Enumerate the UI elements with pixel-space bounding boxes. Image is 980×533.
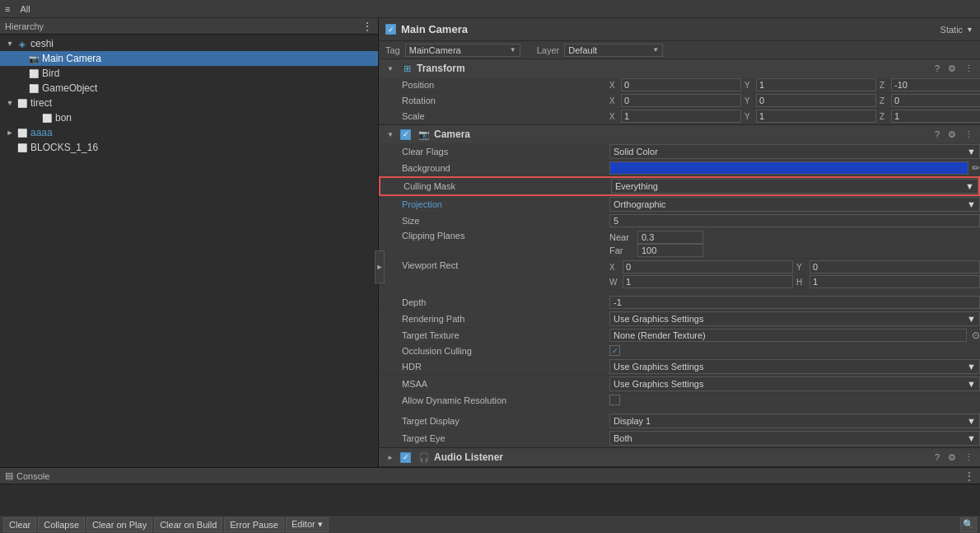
prop-rotation: Rotation X Y Z [379,93,980,109]
console-options[interactable]: ⋮ [964,470,975,483]
vp-y-label: Y [796,263,806,272]
console-content [0,484,980,515]
vp-h-input[interactable] [810,275,980,288]
tree-item-blocks[interactable]: ⬜ BLOCKS_1_16 [0,140,378,155]
prop-background-label: Background [379,163,609,173]
tree-label-bird: Bird [42,68,59,79]
rot-z-input[interactable] [891,94,980,107]
prop-hdr-value: Use Graphics Settings ▼ [609,359,980,374]
console-clear-on-play-btn[interactable]: Clear on Play [86,517,152,532]
console-header: ▤ Console ⋮ [0,468,980,484]
audio-expand-icon: ► [384,454,397,461]
tree-item-bird[interactable]: ⬜ Bird [0,66,378,81]
allow-dynamic-resolution-checkbox[interactable] [609,395,620,405]
console-collapse-btn[interactable]: Collapse [38,517,85,532]
pos-y-input[interactable] [756,78,876,91]
scale-x-input[interactable] [621,110,741,123]
prop-occlusion-culling: Occlusion Culling [379,344,980,358]
component-transform-header[interactable]: ▼ ⊞ Transform ? ⚙ ⋮ [379,59,980,77]
tree-arrow-ceshi [5,39,15,49]
pos-z-input[interactable] [891,78,980,91]
inspector-header: ✓ Main Camera Static ▼ [379,18,980,41]
camera-menu-btn[interactable]: ⋮ [963,129,975,140]
transform-settings-btn[interactable]: ⚙ [946,63,958,74]
rendering-path-dropdown[interactable]: Use Graphics Settings ▼ [609,311,980,326]
prop-depth-value [609,296,980,309]
camera-help-btn[interactable]: ? [933,129,941,139]
object-enabled-checkbox[interactable]: ✓ [385,24,396,35]
transform-title: Transform [417,63,930,74]
hdr-dropdown[interactable]: Use Graphics Settings ▼ [609,359,980,374]
scale-z-input[interactable] [891,110,980,123]
culling-mask-dropdown[interactable]: Everything ▼ [611,179,978,194]
prop-rotation-value: X Y Z [609,94,980,107]
prop-target-texture-label: Target Texture [379,330,609,340]
occlusion-culling-checkbox[interactable] [609,345,620,356]
bottom-panel: ▤ Console ⋮ Clear Collapse Clear on Play… [0,467,980,533]
target-texture-input[interactable] [609,329,967,342]
tree-item-main-camera[interactable]: 📷 Main Camera [0,51,378,66]
pos-x-input[interactable] [621,78,741,91]
near-input[interactable] [637,231,703,244]
cube-icon-aaaa: ⬜ [16,127,28,138]
transform-help-btn[interactable]: ? [933,63,941,73]
far-input[interactable] [637,244,703,257]
layer-dropdown[interactable]: Default ▼ [564,44,663,57]
tree-arrow-bird [16,68,26,78]
prop-allow-dynamic-label: Allow Dynamic Resolution [379,395,609,405]
tree-item-gameobject[interactable]: ⬜ GameObject [0,81,378,96]
component-camera-header[interactable]: ▼ ✓ 📷 Camera ? ⚙ ⋮ [379,125,980,143]
console-editor-btn[interactable]: Editor ▾ [286,517,329,532]
menu-icon[interactable]: ≡ [5,4,10,14]
projection-dropdown[interactable]: Orthographic ▼ [609,197,980,212]
console-clear-on-build-btn[interactable]: Clear on Build [154,517,222,532]
cube-icon-tirect: ⬜ [16,97,28,109]
vp-x-label: X [609,263,619,272]
depth-input[interactable] [609,296,980,309]
audio-enabled-checkbox[interactable]: ✓ [400,452,411,463]
audio-menu-btn[interactable]: ⋮ [963,452,975,463]
vp-x-input[interactable] [623,260,793,274]
transform-menu-btn[interactable]: ⋮ [963,63,975,74]
audio-help-btn[interactable]: ? [933,452,941,462]
rot-y-input[interactable] [756,94,876,107]
static-label: Static ▼ [940,25,973,35]
camera-comp-icon: 📷 [418,128,431,141]
target-texture-select-btn[interactable]: ⊙ [972,330,980,341]
tree-item-bon[interactable]: ⬜ bon [0,110,378,125]
background-color-field[interactable] [609,161,968,175]
console-search-btn[interactable]: 🔍 [960,517,977,532]
hierarchy-options[interactable]: ⋮ [362,20,373,33]
clear-flags-dropdown[interactable]: Solid Color ▼ [609,144,980,159]
console-error-pause-btn[interactable]: Error Pause [224,517,284,532]
camera-settings-btn[interactable]: ⚙ [946,129,958,140]
vp-y-input[interactable] [810,260,980,274]
rot-y-label: Y [744,96,754,105]
panel-resize-arrow[interactable]: ► [375,250,385,283]
console-clear-btn[interactable]: Clear [3,517,36,532]
vp-w-input[interactable] [623,275,793,288]
size-input[interactable] [609,214,980,227]
static-dropdown-arrow[interactable]: ▼ [966,26,973,34]
camera-icon-main: 📷 [28,53,40,64]
target-eye-dropdown[interactable]: Both ▼ [609,431,980,446]
component-audio-header[interactable]: ► ✓ 🎧 Audio Listener ? ⚙ ⋮ [379,448,980,466]
vp-h-label: H [796,278,806,287]
target-display-dropdown[interactable]: Display 1 ▼ [609,414,980,428]
prop-scale: Scale X Y Z [379,109,980,124]
camera-enabled-checkbox[interactable]: ✓ [400,129,411,140]
audio-settings-btn[interactable]: ⚙ [946,452,958,463]
tree-item-aaaa[interactable]: ⬜ aaaa [0,125,378,140]
layer-label: Layer [537,45,560,55]
tag-dropdown[interactable]: MainCamera ▼ [405,44,520,57]
msaa-dropdown[interactable]: Use Graphics Settings ▼ [609,376,980,391]
top-bar: ≡ All [0,0,980,18]
prop-clipping-label: Clipping Planes [379,231,609,241]
all-label[interactable]: All [20,4,30,14]
prop-hdr-label: HDR [379,362,609,372]
scale-y-input[interactable] [756,110,876,123]
rot-x-input[interactable] [621,94,741,107]
tree-item-tirect[interactable]: ⬜ tirect [0,96,378,110]
tree-item-ceshi[interactable]: ◈ ceshi [0,36,378,51]
background-color-picker-btn[interactable]: ✏ [972,162,980,174]
